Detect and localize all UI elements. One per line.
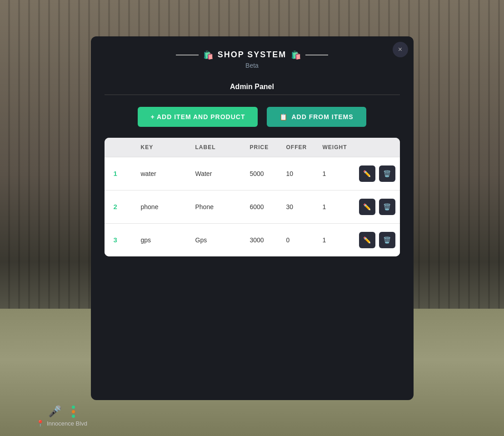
hud-row: 🎤 bbox=[48, 405, 75, 418]
close-icon: × bbox=[398, 45, 402, 54]
row-2-delete-button[interactable]: 🗑️ bbox=[379, 199, 395, 215]
table-row: 2 phone Phone 6000 30 1 ✏️ 🗑️ bbox=[105, 190, 400, 224]
location-row: 📍 Innocence Blvd bbox=[36, 420, 87, 427]
dot-3 bbox=[72, 415, 75, 418]
location-text: Innocence Blvd bbox=[47, 420, 87, 427]
title-divider-left bbox=[176, 55, 199, 55]
close-button[interactable]: × bbox=[393, 42, 408, 57]
col-header-num bbox=[114, 144, 141, 150]
col-header-key: KEY bbox=[141, 144, 195, 150]
row-2-price: 6000 bbox=[250, 203, 286, 210]
hud-bottom-left: 🎤 📍 Innocence Blvd bbox=[36, 405, 87, 427]
modal-subtitle: Beta bbox=[176, 62, 329, 69]
row-1-label: Water bbox=[195, 170, 250, 177]
products-table: KEY LABEL PRICE OFFER WEIGHT 1 water Wat… bbox=[105, 138, 400, 256]
row-2-key: phone bbox=[141, 203, 195, 210]
row-2-edit-button[interactable]: ✏️ bbox=[359, 199, 375, 215]
location-icon: 📍 bbox=[36, 420, 44, 427]
add-from-items-label: ADD FROM ITEMS bbox=[291, 113, 353, 120]
row-3-offer: 0 bbox=[286, 236, 323, 244]
modal-header: 🛍️ SHOP SYSTEM 🛍️ Beta bbox=[176, 50, 329, 69]
row-2-actions: ✏️ 🗑️ bbox=[359, 199, 395, 215]
row-1-delete-button[interactable]: 🗑️ bbox=[379, 165, 395, 182]
row-2-label: Phone bbox=[195, 203, 250, 210]
col-header-weight: WEIGHT bbox=[323, 144, 359, 150]
table-row: 3 gps Gps 3000 0 1 ✏️ 🗑️ bbox=[105, 224, 400, 256]
row-1-price: 5000 bbox=[250, 170, 286, 177]
row-1-key: water bbox=[141, 170, 195, 177]
dots-indicator bbox=[72, 406, 75, 418]
modal-title: SHOP SYSTEM bbox=[218, 50, 287, 60]
title-row: 🛍️ SHOP SYSTEM 🛍️ bbox=[176, 50, 329, 60]
table-header: KEY LABEL PRICE OFFER WEIGHT bbox=[105, 138, 400, 157]
row-1-actions: ✏️ 🗑️ bbox=[359, 165, 395, 182]
add-from-items-button[interactable]: 📋 ADD FROM ITEMS bbox=[267, 107, 366, 127]
row-1-edit-button[interactable]: ✏️ bbox=[359, 165, 375, 182]
action-buttons-group: + ADD ITEM AND PRODUCT 📋 ADD FROM ITEMS bbox=[138, 107, 366, 127]
dot-2 bbox=[72, 410, 75, 413]
row-3-num: 3 bbox=[114, 236, 141, 244]
row-3-edit-button[interactable]: ✏️ bbox=[359, 232, 375, 248]
col-header-offer: OFFER bbox=[286, 144, 323, 150]
col-header-actions bbox=[359, 144, 391, 150]
row-3-delete-button[interactable]: 🗑️ bbox=[379, 232, 395, 248]
table-row: 1 water Water 5000 10 1 ✏️ 🗑️ bbox=[105, 157, 400, 190]
modal-wrapper: × 🛍️ SHOP SYSTEM 🛍️ Beta Admin Panel + A… bbox=[91, 36, 414, 400]
emoji-right: 🛍️ bbox=[291, 50, 301, 60]
row-2-num: 2 bbox=[114, 203, 141, 210]
row-2-offer: 30 bbox=[286, 203, 323, 210]
row-3-actions: ✏️ 🗑️ bbox=[359, 232, 395, 248]
col-header-label: LABEL bbox=[195, 144, 250, 150]
admin-panel-label: Admin Panel bbox=[105, 83, 400, 95]
microphone-icon: 🎤 bbox=[48, 405, 62, 418]
row-1-offer: 10 bbox=[286, 170, 323, 177]
row-3-weight: 1 bbox=[323, 236, 359, 244]
title-divider-right bbox=[305, 55, 328, 55]
dot-1 bbox=[72, 406, 75, 409]
row-1-weight: 1 bbox=[323, 170, 359, 177]
add-from-items-icon: 📋 bbox=[279, 113, 288, 120]
shop-system-modal: × 🛍️ SHOP SYSTEM 🛍️ Beta Admin Panel + A… bbox=[91, 36, 414, 400]
row-1-num: 1 bbox=[114, 170, 141, 177]
add-item-product-button[interactable]: + ADD ITEM AND PRODUCT bbox=[138, 107, 258, 127]
row-2-weight: 1 bbox=[323, 203, 359, 210]
row-3-price: 3000 bbox=[250, 236, 286, 244]
col-header-price: PRICE bbox=[250, 144, 286, 150]
emoji-left: 🛍️ bbox=[203, 50, 213, 60]
row-3-key: gps bbox=[141, 236, 195, 244]
row-3-label: Gps bbox=[195, 236, 250, 244]
